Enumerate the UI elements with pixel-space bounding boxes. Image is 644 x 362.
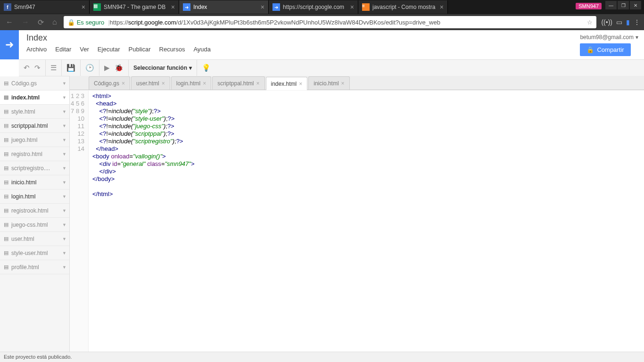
file-name: index.html	[11, 94, 40, 101]
editor-tab[interactable]: user.html×	[131, 76, 170, 90]
menu-publicar[interactable]: Publicar	[129, 46, 151, 53]
dropdown-arrow-icon[interactable]: ▼	[62, 81, 66, 86]
sidebar-file[interactable]: ▤scriptregistro....▼	[0, 161, 69, 175]
dropdown-arrow-icon[interactable]: ▼	[62, 208, 66, 213]
sidebar-file[interactable]: ▤style.html▼	[0, 105, 69, 119]
tab-label: scriptppal.html	[217, 80, 254, 87]
file-icon: ▤	[4, 123, 8, 129]
project-title[interactable]: Index	[26, 33, 567, 43]
home-button[interactable]: ⌂	[50, 18, 59, 26]
editor-tab[interactable]: index.html×	[266, 77, 308, 90]
sidebar-file[interactable]: ▤inicio.html▼	[0, 175, 69, 189]
redo-button[interactable]: ↷	[34, 64, 41, 72]
url-input[interactable]: 🔒 Es seguro | https://script.google.com/…	[64, 16, 597, 28]
history-button[interactable]: 🕑	[85, 64, 94, 72]
lock-icon: 🔒	[586, 46, 594, 53]
dropdown-arrow-icon[interactable]: ▼	[62, 237, 66, 241]
sidebar-file[interactable]: ▤registro.html▼	[0, 147, 69, 161]
window-close-button[interactable]: ✕	[630, 1, 641, 9]
browser-tab[interactable]: ▦SMN947 - The game DB×	[90, 0, 179, 14]
menu-editar[interactable]: Editar	[55, 46, 71, 53]
editor-tab[interactable]: scriptppal.html×	[212, 76, 264, 90]
sidebar-file[interactable]: ▤style-user.html▼	[0, 246, 69, 260]
indent-button[interactable]: ☰	[50, 64, 57, 72]
tab-close-icon[interactable]: ×	[350, 3, 354, 11]
tab-close-icon[interactable]: ×	[162, 80, 165, 87]
file-icon: ▤	[4, 236, 8, 242]
lock-icon: 🔒	[67, 19, 75, 26]
sidebar-file[interactable]: ▤juego.html▼	[0, 133, 69, 147]
lightbulb-icon[interactable]: 💡	[202, 64, 211, 72]
share-button[interactable]: 🔒 Compartir	[580, 43, 630, 56]
editor-tab[interactable]: Código.gs×	[89, 76, 130, 90]
dropdown-arrow-icon[interactable]: ▼	[62, 251, 66, 255]
save-button[interactable]: 💾	[66, 64, 75, 72]
sidebar-file[interactable]: ▤scriptppal.html▼	[0, 119, 69, 133]
extension-icon[interactable]: ▭	[616, 18, 622, 26]
tab-close-icon[interactable]: ×	[261, 3, 264, 11]
tab-label: user.html	[136, 80, 159, 87]
code-content[interactable]: <html> <head> <?!=include("style");?> <?…	[89, 90, 644, 352]
code-editor[interactable]: 1 2 3 4 5 6 7 8 9 10 11 12 13 14 <html> …	[70, 90, 644, 352]
tab-close-icon[interactable]: ×	[82, 3, 85, 11]
dropdown-arrow-icon[interactable]: ▼	[62, 265, 66, 270]
menu-archivo[interactable]: Archivo	[26, 46, 47, 53]
browser-menu-icon[interactable]: ⋮	[634, 18, 640, 26]
menu-bar: ArchivoEditarVerEjecutarPublicarRecursos…	[26, 46, 567, 53]
tab-close-icon[interactable]: ×	[440, 3, 444, 11]
function-select[interactable]: Seleccionar función ▾	[133, 65, 192, 71]
bookmark-star-icon[interactable]: ☆	[587, 19, 593, 26]
tab-close-icon[interactable]: ×	[341, 80, 345, 87]
browser-tab[interactable]: ➜Index×	[179, 0, 269, 14]
dropdown-arrow-icon[interactable]: ▼	[62, 123, 66, 128]
tab-close-icon[interactable]: ×	[256, 80, 260, 87]
reload-button[interactable]: ⟳	[36, 18, 46, 27]
file-icon: ▤	[4, 108, 8, 115]
browser-tab[interactable]: fSmn947×	[0, 0, 90, 14]
address-bar: ← → ⟳ ⌂ 🔒 Es seguro | https://script.goo…	[0, 14, 644, 30]
tab-close-icon[interactable]: ×	[203, 80, 206, 87]
tab-title: Index	[193, 4, 258, 10]
extension-icon[interactable]: ((•))	[601, 18, 612, 26]
sidebar-file[interactable]: ▤registrook.html▼	[0, 204, 69, 218]
sidebar-file[interactable]: ▤index.html▼	[0, 90, 69, 105]
browser-tab[interactable]: ➜https://script.google.com×	[269, 0, 358, 14]
window-maximize-button[interactable]: ❐	[618, 1, 629, 9]
dropdown-arrow-icon[interactable]: ▼	[62, 194, 66, 199]
user-email[interactable]: betum98@gmail.com▾	[580, 34, 638, 41]
menu-ayuda[interactable]: Ayuda	[193, 46, 211, 53]
tab-close-icon[interactable]: ×	[122, 80, 125, 87]
editor-tab[interactable]: inicio.html×	[308, 76, 349, 90]
tab-close-icon[interactable]: ×	[299, 81, 302, 87]
forward-button[interactable]: →	[20, 18, 31, 26]
dropdown-arrow-icon[interactable]: ▼	[62, 152, 66, 156]
dropdown-arrow-icon[interactable]: ▼	[62, 222, 66, 227]
menu-recursos[interactable]: Recursos	[159, 46, 185, 53]
dropdown-arrow-icon[interactable]: ▼	[62, 138, 66, 142]
file-icon: ▤	[4, 250, 8, 256]
sidebar-file[interactable]: ▤Código.gs▼	[0, 76, 69, 90]
sidebar-file[interactable]: ▤profile.html▼	[0, 260, 69, 274]
url-text: https://script.google.com/d/1Xv0d3AjKgkM…	[110, 19, 585, 26]
sidebar-file[interactable]: ▤juego-css.html▼	[0, 218, 69, 232]
undo-button[interactable]: ↶	[24, 64, 30, 72]
back-button[interactable]: ←	[4, 18, 15, 26]
app-logo-icon[interactable]: ➜	[0, 30, 19, 59]
menu-ver[interactable]: Ver	[80, 46, 89, 53]
dropdown-arrow-icon[interactable]: ▼	[62, 166, 66, 171]
menu-ejecutar[interactable]: Ejecutar	[98, 46, 120, 53]
extension-icon[interactable]: ▮	[626, 18, 630, 26]
main-area: ▤Código.gs▼▤index.html▼▤style.html▼▤scri…	[0, 76, 644, 352]
dropdown-arrow-icon[interactable]: ▼	[62, 180, 66, 185]
sidebar-file[interactable]: ▤user.html▼	[0, 232, 69, 246]
run-button[interactable]: ▶	[104, 64, 110, 72]
sidebar-file[interactable]: ▤login.html▼	[0, 189, 69, 204]
dropdown-arrow-icon[interactable]: ▼	[62, 95, 66, 100]
window-minimize-button[interactable]: —	[605, 1, 617, 9]
browser-tab[interactable]: ≡javascript - Como mostra×	[358, 0, 448, 14]
tab-close-icon[interactable]: ×	[171, 3, 175, 11]
editor-tab[interactable]: login.html×	[171, 76, 211, 90]
dropdown-arrow-icon[interactable]: ▼	[62, 109, 66, 114]
file-name: scriptregistro....	[11, 165, 50, 172]
debug-button[interactable]: 🐞	[115, 64, 124, 72]
